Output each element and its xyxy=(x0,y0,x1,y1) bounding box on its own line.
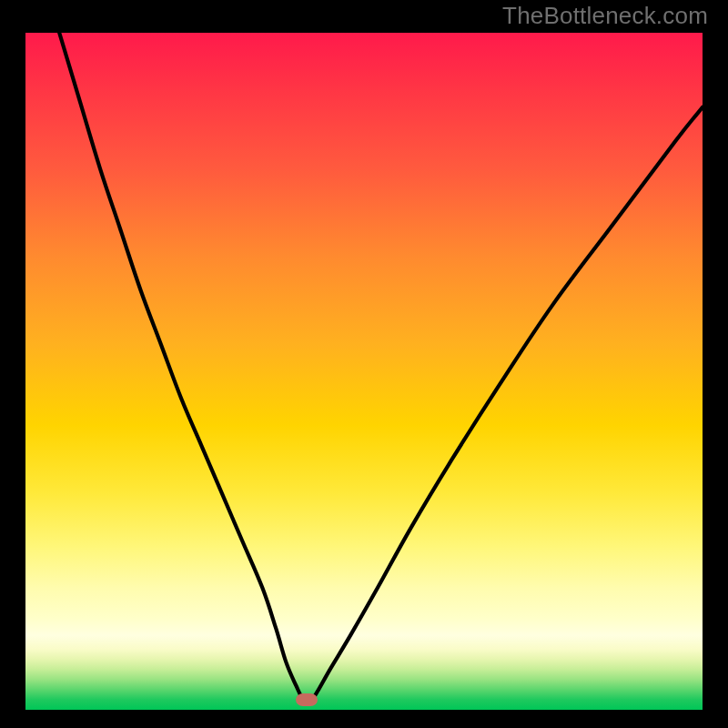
chart-plot-area xyxy=(25,33,703,710)
chart-frame: TheBottleneck.com xyxy=(0,0,728,728)
bottleneck-marker xyxy=(296,693,318,706)
bottleneck-curve-svg xyxy=(25,33,703,710)
watermark-text: TheBottleneck.com xyxy=(502,2,708,30)
bottleneck-curve-path xyxy=(59,33,703,703)
